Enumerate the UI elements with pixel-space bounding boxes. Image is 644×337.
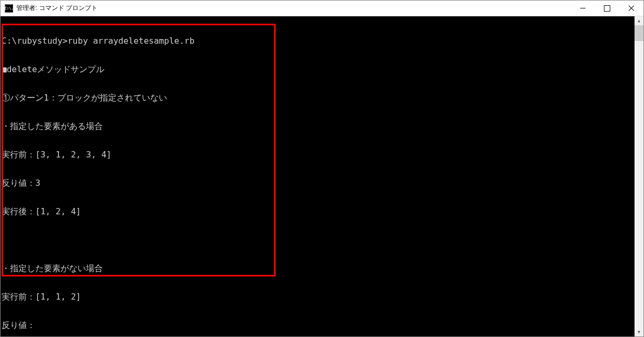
terminal-line: ・指定した要素がない場合 (2, 264, 642, 273)
minimize-icon (580, 8, 586, 8)
scroll-track[interactable] (635, 25, 643, 328)
maximize-icon (604, 5, 610, 12)
minimize-button[interactable] (571, 1, 595, 16)
terminal-line: 反り値： (2, 321, 642, 330)
terminal-wrap: C:\rubystudy>ruby arraydeletesample.rb ■… (1, 16, 643, 336)
maximize-button[interactable] (595, 1, 619, 16)
terminal-output[interactable]: C:\rubystudy>ruby arraydeletesample.rb ■… (1, 17, 643, 336)
window-title: 管理者: コマンド プロンプト (16, 4, 571, 13)
scroll-down-arrow-icon[interactable]: ▼ (635, 328, 643, 336)
terminal-line: 実行前：[1, 1, 2] (2, 292, 642, 302)
close-icon (628, 5, 635, 12)
cmd-icon: C:\. (5, 4, 13, 13)
scroll-thumb[interactable] (635, 25, 643, 41)
terminal-line (2, 235, 642, 245)
window-controls (571, 1, 643, 16)
cmd-window: C:\. 管理者: コマンド プロンプト C:\rubystudy>ruby a… (0, 0, 644, 337)
scroll-up-arrow-icon[interactable]: ▲ (635, 16, 643, 25)
vertical-scrollbar[interactable]: ▲ ▼ (635, 16, 643, 336)
terminal-line: 実行前：[3, 1, 2, 3, 4] (2, 150, 642, 160)
terminal-line: ・指定した要素がある場合 (2, 122, 642, 131)
close-button[interactable] (619, 1, 643, 16)
terminal-line: C:\rubystudy>ruby arraydeletesample.rb (2, 36, 642, 46)
titlebar[interactable]: C:\. 管理者: コマンド プロンプト (1, 1, 643, 16)
terminal-line: 反り値：3 (2, 179, 642, 188)
terminal-line: ①パターン1：ブロックが指定されていない (2, 93, 642, 103)
terminal-line: 実行後：[1, 2, 4] (2, 207, 642, 216)
terminal-line: ■deleteメソッドサンプル (2, 65, 642, 74)
